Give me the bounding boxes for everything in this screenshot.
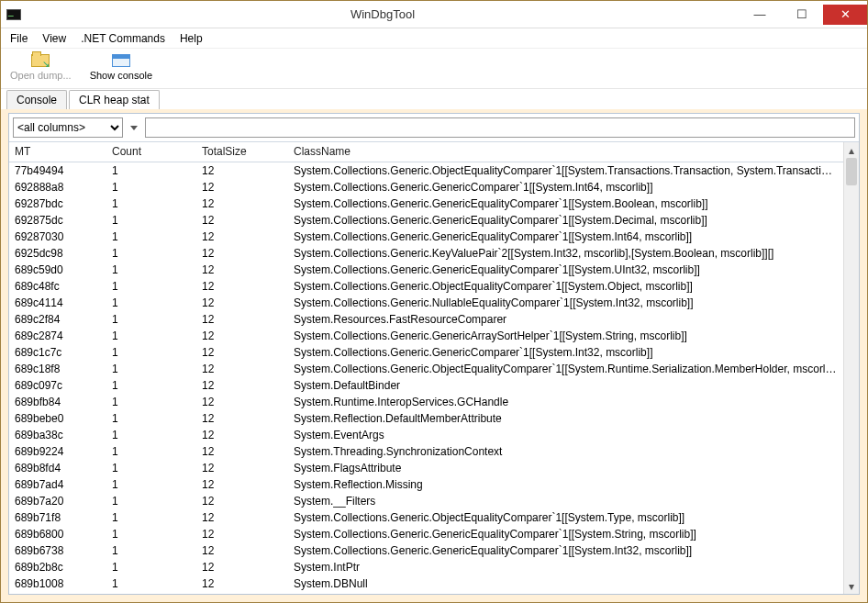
cell-totalsize: 12: [196, 280, 288, 293]
open-dump-button[interactable]: Open dump...: [6, 50, 75, 83]
cell-count: 1: [106, 577, 196, 590]
table-row[interactable]: 689c4114112System.Collections.Generic.Nu…: [9, 295, 843, 311]
cell-count: 1: [106, 445, 196, 458]
cell-mt: 689b7a20: [9, 495, 106, 508]
cell-totalsize: 12: [196, 164, 288, 177]
table-row[interactable]: 689c59d0112System.Collections.Generic.Ge…: [9, 262, 843, 278]
col-header-count[interactable]: Count: [106, 142, 196, 162]
chevron-down-icon: [130, 126, 138, 130]
menu-help[interactable]: Help: [172, 30, 210, 47]
titlebar: WinDbgTool — ☐ ✕: [1, 1, 867, 28]
cell-classname: System.__Filters: [288, 495, 843, 508]
table-row[interactable]: 692875dc112System.Collections.Generic.Ge…: [9, 212, 843, 229]
maximize-button[interactable]: ☐: [781, 5, 823, 25]
cell-mt: 692888a8: [9, 181, 106, 194]
cell-mt: 692875dc: [9, 214, 106, 227]
cell-mt: 69287030: [9, 230, 106, 243]
cell-count: 1: [106, 164, 196, 177]
cell-mt: 689b6800: [9, 528, 106, 541]
cell-count: 1: [106, 379, 196, 392]
table-row[interactable]: 689c48fc112System.Collections.Generic.Ob…: [9, 278, 843, 295]
menu-net-commands[interactable]: .NET Commands: [73, 30, 172, 47]
cell-count: 1: [106, 412, 196, 425]
menu-view[interactable]: View: [35, 30, 73, 47]
table-row[interactable]: 689b71f8112System.Collections.Generic.Ob…: [9, 509, 843, 526]
cell-totalsize: 12: [196, 329, 288, 342]
cell-classname: System.Threading.SynchronizationContext: [288, 445, 843, 458]
cell-classname: System.Collections.Generic.GenericEquali…: [288, 263, 843, 276]
cell-classname: System.Collections.Generic.ObjectEqualit…: [288, 363, 843, 375]
cell-mt: 69287bdc: [9, 197, 106, 210]
cell-classname: System.Collections.Generic.GenericEquali…: [288, 528, 843, 541]
cell-mt: 689b6738: [9, 544, 106, 557]
cell-count: 1: [106, 329, 196, 342]
cell-mt: 689c59d0: [9, 263, 106, 276]
table-row[interactable]: 689b2b8c112System.IntPtr: [9, 559, 843, 575]
filter-column-select[interactable]: <all columns>: [13, 117, 123, 138]
cell-count: 1: [106, 396, 196, 408]
col-header-classname[interactable]: ClassName: [288, 142, 843, 162]
show-console-label: Show console: [90, 70, 153, 81]
cell-mt: 689c48fc: [9, 280, 106, 293]
table-row[interactable]: 689c1c7c112System.Collections.Generic.Ge…: [9, 344, 843, 361]
close-button[interactable]: ✕: [823, 5, 867, 25]
cell-totalsize: 12: [196, 478, 288, 491]
table-row[interactable]: 692888a8112System.Collections.Generic.Ge…: [9, 179, 843, 195]
cell-classname: System.FlagsAttribute: [288, 462, 843, 475]
cell-classname: System.Runtime.InteropServices.GCHandle: [288, 396, 843, 408]
cell-count: 1: [106, 313, 196, 326]
table-row[interactable]: 689ba38c112System.EventArgs: [9, 427, 843, 443]
app-window: WinDbgTool — ☐ ✕ File View .NET Commands…: [0, 0, 868, 603]
table-row[interactable]: 689b6800112System.Collections.Generic.Ge…: [9, 526, 843, 542]
table-row[interactable]: 689b6738112System.Collections.Generic.Ge…: [9, 542, 843, 559]
cell-count: 1: [106, 346, 196, 359]
show-console-button[interactable]: Show console: [86, 50, 157, 83]
cell-count: 1: [106, 230, 196, 243]
cell-classname: System.Collections.Generic.GenericEquali…: [288, 544, 843, 557]
tab-clr-heap-stat[interactable]: CLR heap stat: [69, 90, 160, 109]
col-header-totalsize[interactable]: TotalSize: [196, 142, 288, 162]
app-icon: [6, 9, 21, 20]
grid-header: MT Count TotalSize ClassName: [9, 142, 843, 162]
table-row[interactable]: 69287bdc112System.Collections.Generic.Ge…: [9, 195, 843, 212]
table-row[interactable]: 689b8fd4112System.FlagsAttribute: [9, 460, 843, 476]
table-row[interactable]: 689bfb84112System.Runtime.InteropService…: [9, 394, 843, 410]
scroll-thumb[interactable]: [846, 158, 857, 185]
cell-classname: System.Collections.Generic.KeyValuePair`…: [288, 247, 843, 260]
scroll-track[interactable]: [844, 158, 859, 578]
cell-totalsize: 12: [196, 197, 288, 210]
table-row[interactable]: 689c097c112System.DefaultBinder: [9, 377, 843, 394]
scroll-down-arrow-icon[interactable]: ▾: [844, 578, 859, 594]
cell-totalsize: 12: [196, 346, 288, 359]
cell-mt: 689c097c: [9, 379, 106, 392]
table-row[interactable]: 689c2874112System.Collections.Generic.Ge…: [9, 328, 843, 344]
scroll-up-arrow-icon[interactable]: ▴: [844, 142, 859, 158]
table-row[interactable]: 689b7ad4112System.Reflection.Missing: [9, 476, 843, 493]
cell-totalsize: 12: [196, 363, 288, 375]
col-header-mt[interactable]: MT: [9, 142, 106, 162]
table-row[interactable]: 69287030112System.Collections.Generic.Ge…: [9, 229, 843, 245]
cell-classname: System.Resources.FastResourceComparer: [288, 313, 843, 326]
table-row[interactable]: 689c2f84112System.Resources.FastResource…: [9, 311, 843, 328]
cell-totalsize: 12: [196, 263, 288, 276]
table-row[interactable]: 77b49494112System.Collections.Generic.Ob…: [9, 162, 843, 179]
filter-input[interactable]: [145, 117, 855, 138]
table-row[interactable]: 689bebe0112System.Reflection.DefaultMemb…: [9, 410, 843, 427]
cell-count: 1: [106, 511, 196, 524]
cell-mt: 689c2874: [9, 329, 106, 342]
vertical-scrollbar[interactable]: ▴ ▾: [843, 142, 859, 594]
table-row[interactable]: 689b9224112System.Threading.Synchronizat…: [9, 443, 843, 460]
cell-mt: 689bebe0: [9, 412, 106, 425]
cell-totalsize: 12: [196, 528, 288, 541]
minimize-button[interactable]: —: [739, 5, 781, 25]
table-row[interactable]: 689b1008112System.DBNull: [9, 575, 843, 592]
menu-file[interactable]: File: [3, 30, 35, 47]
cell-totalsize: 12: [196, 445, 288, 458]
table-row[interactable]: 689b7a20112System.__Filters: [9, 493, 843, 509]
cell-count: 1: [106, 528, 196, 541]
cell-totalsize: 12: [196, 577, 288, 590]
table-row[interactable]: 6925dc98112System.Collections.Generic.Ke…: [9, 245, 843, 262]
table-row[interactable]: 689c18f8112System.Collections.Generic.Ob…: [9, 361, 843, 377]
tab-console[interactable]: Console: [6, 90, 67, 109]
cell-totalsize: 12: [196, 511, 288, 524]
